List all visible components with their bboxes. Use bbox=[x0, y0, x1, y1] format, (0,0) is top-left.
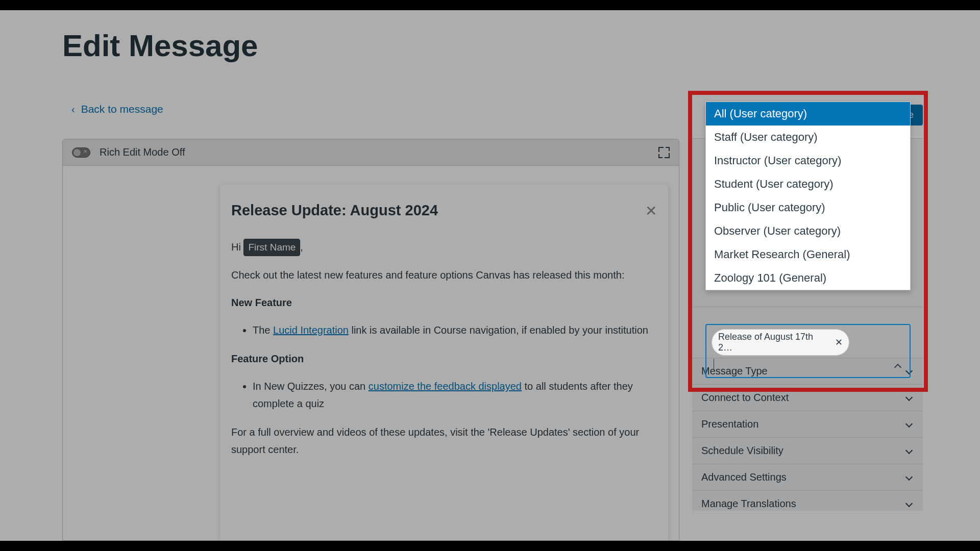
dropdown-option[interactable]: Staff (User category) bbox=[706, 126, 910, 149]
expand-icon[interactable] bbox=[658, 147, 670, 158]
tag-options-dropdown[interactable]: All (User category) Staff (User category… bbox=[705, 102, 911, 290]
chevron-down-icon bbox=[905, 420, 914, 429]
rich-edit-toggle[interactable] bbox=[72, 147, 90, 158]
chevron-down-icon bbox=[905, 394, 914, 402]
greeting-prefix: Hi bbox=[231, 241, 243, 253]
selected-tag-chip[interactable]: Release of August 17th 2… ✕ bbox=[712, 329, 849, 356]
dropdown-option[interactable]: Public (User category) bbox=[706, 196, 910, 219]
dropdown-option[interactable]: Student (User category) bbox=[706, 172, 910, 196]
dropdown-option[interactable]: Market Research (General) bbox=[706, 243, 910, 266]
accordion-connect-context[interactable]: Connect to Context bbox=[692, 385, 923, 411]
greeting-suffix: , bbox=[300, 241, 303, 253]
section-feature-option: Feature Option bbox=[231, 353, 304, 364]
message-body: Hi First Name, Check out the latest new … bbox=[231, 238, 657, 458]
back-to-message-link[interactable]: ‹ Back to message bbox=[71, 103, 163, 115]
text: The bbox=[253, 324, 273, 336]
accordion-manage-translations[interactable]: Manage Translations bbox=[692, 491, 923, 511]
close-icon[interactable]: ✕ bbox=[645, 204, 657, 218]
page-title: Edit Message bbox=[62, 28, 258, 63]
editor-panel: Rich Edit Mode Off Release Update: Augus… bbox=[62, 139, 679, 541]
first-name-token[interactable]: First Name bbox=[243, 239, 300, 256]
message-title: Release Update: August 2024 bbox=[231, 202, 657, 219]
editor-toolbar: Rich Edit Mode Off bbox=[63, 139, 679, 166]
accordion-schedule-visibility[interactable]: Schedule Visibility bbox=[692, 438, 923, 464]
label: Manage Translations bbox=[701, 498, 796, 510]
rich-edit-label: Rich Edit Mode Off bbox=[100, 146, 185, 158]
remove-chip-icon[interactable]: ✕ bbox=[835, 337, 843, 348]
dropdown-option[interactable]: Observer (User category) bbox=[706, 219, 910, 243]
message-preview-card: Release Update: August 2024 ✕ Hi First N… bbox=[220, 185, 668, 541]
chevron-up-icon[interactable] bbox=[894, 362, 902, 370]
list-item: In New Quizzes, you can customize the fe… bbox=[253, 378, 657, 412]
accordion-presentation[interactable]: Presentation bbox=[692, 411, 923, 437]
label: Advanced Settings bbox=[701, 471, 787, 483]
text: link is available in Course navigation, … bbox=[349, 324, 648, 336]
dropdown-option[interactable]: All (User category) bbox=[706, 102, 910, 126]
dropdown-option[interactable]: Zoology 101 (General) bbox=[706, 266, 910, 290]
label: Connect to Context bbox=[701, 392, 789, 404]
chevron-down-icon bbox=[905, 447, 914, 455]
text: In New Quizzes, you can bbox=[253, 381, 369, 392]
dropdown-option[interactable]: Instructor (User category) bbox=[706, 149, 910, 172]
message-outro: For a full overview and videos of these … bbox=[231, 423, 657, 458]
label: Schedule Visibility bbox=[701, 445, 783, 457]
label: Presentation bbox=[701, 418, 758, 430]
list-item: The Lucid Integration link is available … bbox=[253, 321, 657, 339]
section-new-feature: New Feature bbox=[231, 297, 292, 308]
chip-label: Release of August 17th 2… bbox=[718, 332, 827, 353]
system-tags-input[interactable]: Release of August 17th 2… ✕ bbox=[705, 324, 911, 378]
accordion-advanced-settings[interactable]: Advanced Settings bbox=[692, 464, 923, 490]
message-intro: Check out the latest new features and fe… bbox=[231, 266, 657, 284]
text-cursor bbox=[714, 359, 714, 370]
chevron-down-icon bbox=[905, 500, 914, 508]
chevron-left-icon: ‹ bbox=[71, 104, 75, 114]
customize-feedback-link[interactable]: customize the feedback displayed bbox=[369, 381, 522, 392]
chevron-down-icon bbox=[905, 473, 914, 482]
lucid-integration-link[interactable]: Lucid Integration bbox=[273, 324, 349, 336]
back-link-label: Back to message bbox=[81, 103, 163, 115]
